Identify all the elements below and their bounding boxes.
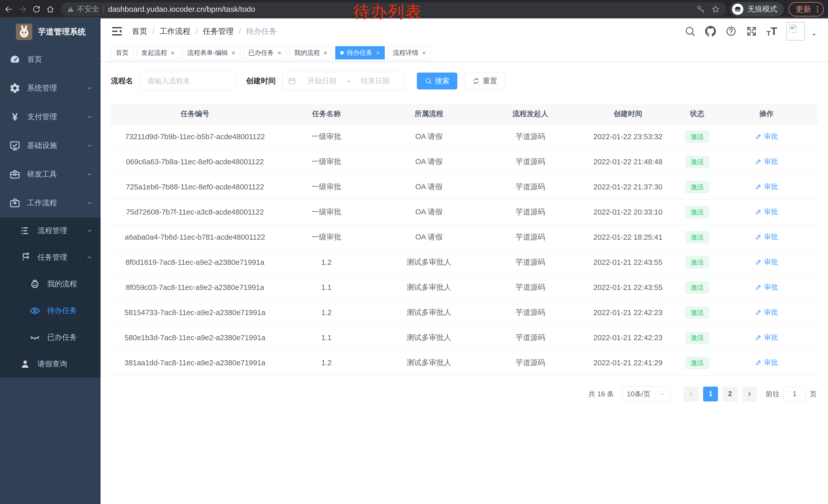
dashboard-icon [9, 54, 20, 65]
fullscreen-icon[interactable] [746, 26, 757, 37]
page-button-2[interactable]: 2 [722, 386, 738, 402]
goto-page-input[interactable] [784, 386, 806, 402]
navbar: 首页/工作流程/任务管理/待办任务 TT [100, 18, 828, 44]
create-time-range-picker[interactable]: 开始日期 - 结束日期 [282, 72, 405, 90]
cell-process: OA 请假 [374, 199, 484, 225]
status-badge: 激活 [686, 357, 709, 369]
tab-close-icon[interactable]: × [278, 49, 281, 56]
sidebar-item-6[interactable]: 流程管理 [0, 217, 100, 244]
cell-process: 测试多审批人 [374, 350, 484, 375]
tab-0[interactable]: 首页 [111, 46, 133, 59]
approve-link[interactable]: 审批 [755, 157, 778, 166]
sidebar-collapse-icon[interactable] [111, 25, 123, 37]
tab-3[interactable]: 已办任务× [243, 46, 286, 59]
approve-link[interactable]: 审批 [755, 358, 778, 367]
cell-status: 激活 [679, 350, 715, 375]
table-row: 8f059c03-7ac8-11ec-a9e2-a2380e71991a1.1测… [111, 275, 818, 300]
cell-created: 2022-01-22 20:33:10 [577, 199, 679, 225]
cell-id: 75d72608-7b7f-11ec-a3c8-acde48001122 [111, 199, 279, 225]
chevron-down-icon [86, 227, 93, 235]
sidebar-item-7[interactable]: 任务管理 [0, 244, 100, 271]
user-icon [19, 358, 31, 370]
pen-icon [755, 309, 762, 316]
tab-close-icon[interactable]: × [171, 49, 174, 56]
avatar-caret-down-icon[interactable] [811, 31, 818, 38]
github-icon[interactable] [705, 26, 716, 37]
search-button[interactable]: 搜索 [417, 73, 457, 89]
breadcrumb-item-0[interactable]: 首页 [132, 26, 147, 37]
tab-2[interactable]: 流程表单-编辑× [182, 46, 240, 59]
cell-action: 审批 [715, 325, 818, 350]
sidebar-item-4[interactable]: 研发工具 [0, 160, 100, 189]
help-icon[interactable] [726, 26, 737, 37]
page-size-value: 10条/页 [627, 390, 651, 399]
date-range-separator: - [346, 77, 350, 85]
approve-link[interactable]: 审批 [755, 132, 778, 141]
sidebar-item-8[interactable]: 我的流程 [0, 271, 100, 297]
update-label: 更新 [796, 4, 811, 15]
cell-created: 2022-01-21 22:41:29 [577, 350, 679, 375]
page-buttons: 12 [703, 386, 738, 402]
browser-update-button[interactable]: 更新 [788, 2, 824, 16]
tab-close-icon[interactable]: × [232, 49, 236, 56]
sidebar-item-1[interactable]: 系统管理 [0, 74, 100, 102]
bookmark-star-icon[interactable] [711, 5, 720, 14]
process-name-input[interactable] [140, 72, 235, 90]
pen-icon [755, 133, 762, 140]
tab-close-icon[interactable]: × [422, 49, 426, 56]
chevron-up-icon [86, 254, 93, 261]
approve-link[interactable]: 审批 [755, 207, 778, 216]
tab-close-icon[interactable]: × [324, 49, 327, 56]
reset-button[interactable]: 重置 [464, 73, 505, 89]
cell-id: 069c6a63-7b8a-11ec-8ef0-acde48001122 [111, 149, 279, 174]
cell-status: 激活 [679, 174, 715, 199]
cell-process: 测试多审批人 [374, 300, 484, 325]
browser-forward-button[interactable] [16, 3, 29, 15]
sidebar-item-2[interactable]: ¥支付管理 [0, 102, 100, 131]
sidebar-item-label: 待办任务 [47, 306, 93, 316]
approve-link[interactable]: 审批 [755, 182, 778, 191]
cell-id: 58154733-7ac8-11ec-a9e2-a2380e71991a [111, 300, 279, 325]
browser-back-button[interactable] [3, 3, 15, 15]
search-icon[interactable] [685, 26, 696, 37]
tab-6[interactable]: 流程详情× [388, 46, 431, 59]
approve-link[interactable]: 审批 [755, 232, 778, 241]
next-page-button[interactable] [742, 386, 757, 402]
approve-link[interactable]: 审批 [755, 282, 778, 292]
sidebar-item-label: 任务管理 [37, 252, 86, 263]
page-size-select[interactable]: 10条/页 [622, 386, 670, 402]
breadcrumb-item-2[interactable]: 任务管理 [203, 26, 234, 37]
sidebar-item-5[interactable]: 工作流程 [0, 189, 100, 217]
sidebar-item-10[interactable]: 已办任务 [0, 324, 100, 351]
sidebar-item-9[interactable]: 待办任务 [0, 297, 100, 324]
start-date-placeholder: 开始日期 [297, 76, 346, 86]
incognito-badge: 无痕模式 [730, 2, 784, 16]
sidebar-item-0[interactable]: 首页 [0, 45, 100, 74]
font-size-icon[interactable]: TT [767, 26, 777, 37]
tab-close-icon[interactable]: × [376, 49, 380, 56]
sidebar-item-3[interactable]: 基础设施 [0, 131, 100, 160]
breadcrumb-item-1[interactable]: 工作流程 [160, 26, 190, 37]
approve-link[interactable]: 审批 [755, 308, 778, 317]
table-row: 725a1eb6-7b88-11ec-8ef0-acde48001122一级审批… [111, 174, 818, 199]
chevron-right-icon [746, 391, 753, 398]
sidebar-item-label: 支付管理 [27, 112, 86, 122]
avatar[interactable] [786, 22, 805, 41]
tab-5[interactable]: 待办任务× [335, 46, 385, 59]
prev-page-button[interactable] [684, 386, 699, 402]
browser-reload-button[interactable] [30, 3, 43, 15]
key-icon[interactable] [696, 5, 705, 14]
sidebar-item-11[interactable]: 请假查询 [0, 351, 100, 377]
approve-link[interactable]: 审批 [755, 333, 778, 342]
sidebar-item-label: 研发工具 [27, 169, 86, 179]
app-logo[interactable]: 芋道管理系统 [0, 18, 100, 45]
approve-link[interactable]: 审批 [755, 258, 778, 267]
browser-home-button[interactable] [44, 3, 56, 15]
cell-name: 一级审批 [279, 174, 374, 199]
approve-link-label: 审批 [764, 333, 778, 342]
tab-4[interactable]: 我的流程× [289, 46, 332, 59]
tab-1[interactable]: 发起流程× [136, 46, 179, 59]
browser-menu-dots-icon[interactable] [813, 5, 822, 13]
page-button-1[interactable]: 1 [703, 386, 718, 402]
table-row: 58154733-7ac8-11ec-a9e2-a2380e71991a1.2测… [111, 300, 818, 325]
